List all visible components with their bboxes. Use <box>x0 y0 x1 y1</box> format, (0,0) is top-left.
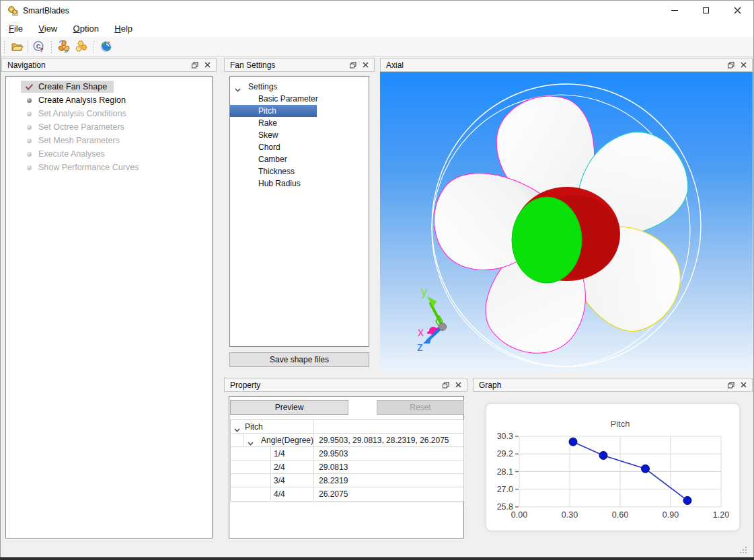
property-name: Pitch <box>245 422 263 432</box>
tree-item-skew[interactable]: Skew <box>230 129 369 141</box>
tree-item-label: Basic Parameter <box>258 94 318 104</box>
property-row-4-4[interactable]: 4/426.2075 <box>231 487 463 501</box>
nav-item-label: Create Fan Shape <box>38 82 107 91</box>
bullet-icon <box>27 98 32 103</box>
flow-vortex-button[interactable] <box>98 38 115 54</box>
axial-3d-viewport[interactable]: y x z <box>380 72 753 372</box>
open-folder-icon <box>10 40 24 53</box>
tree-item-label: Hub Radius <box>258 179 301 188</box>
axis-z-label: z <box>417 340 423 354</box>
close-panel-button[interactable] <box>737 379 749 391</box>
property-name: 1/4 <box>274 449 285 458</box>
property-panel-header: Property <box>224 378 467 392</box>
app-logo-icon <box>7 5 18 16</box>
property-row-pitch[interactable]: Pitch <box>231 420 463 434</box>
panel-title: Navigation <box>7 61 189 70</box>
nav-item-show-performance-curves[interactable]: Show Performance Curves <box>6 161 212 174</box>
data-point <box>599 451 607 459</box>
tree-item-label: Thickness <box>258 167 295 176</box>
property-row-2-4[interactable]: 2/429.0813 <box>231 461 463 474</box>
tree-root-label: Settings <box>248 82 277 91</box>
mesh-cells-icon <box>75 40 88 53</box>
float-icon <box>350 62 356 69</box>
menu-option[interactable]: Option <box>67 20 106 36</box>
reset-button[interactable]: Reset <box>377 400 464 415</box>
panel-title: Property <box>230 381 440 390</box>
tree-item-chord[interactable]: Chord <box>230 141 369 153</box>
nav-item-execute-analyses[interactable]: Execute Analyses <box>6 147 212 161</box>
close-panel-button[interactable] <box>359 59 371 71</box>
property-table: PitchAngle(Degree)29.9503, 29.0813, 28.2… <box>230 419 464 502</box>
float-icon <box>443 382 449 389</box>
nav-item-set-analysis-conditions[interactable]: Set Analysis Conditions <box>6 107 212 120</box>
close-button[interactable] <box>722 1 753 20</box>
toolbar-drag-handle[interactable] <box>3 40 7 53</box>
maximize-button[interactable] <box>690 1 722 20</box>
preview-button[interactable]: Preview <box>230 400 348 415</box>
bullet-icon <box>27 152 32 157</box>
toolbar-drag-handle[interactable] <box>50 40 54 53</box>
close-icon <box>363 62 369 68</box>
fan-shape-button[interactable] <box>55 38 73 54</box>
float-panel-button[interactable] <box>725 59 737 71</box>
window-bottom-edge <box>0 557 754 560</box>
tree-item-basic-parameter[interactable]: Basic Parameter <box>230 93 369 105</box>
chevron-down-icon[interactable] <box>248 438 254 448</box>
menu-file[interactable]: File <box>2 20 30 36</box>
fan-settings-tree: Settings Basic ParameterPitchRakeSkewCho… <box>229 76 369 347</box>
property-name: Angle(Degree) <box>261 436 313 445</box>
x-tick-label: 0.00 <box>511 510 527 520</box>
float-panel-button[interactable] <box>725 379 737 391</box>
toolbar-separator <box>28 40 28 53</box>
navigation-panel-header: Navigation <box>1 58 217 72</box>
nav-item-label: Set Octree Parameters <box>38 122 124 132</box>
mesh-cells-button[interactable] <box>73 38 90 54</box>
tree-item-hub-radius[interactable]: Hub Radius <box>230 177 369 190</box>
property-value: 26.2075 <box>314 487 463 501</box>
toolbar-drag-handle[interactable] <box>92 40 96 53</box>
float-panel-button[interactable] <box>440 379 452 391</box>
data-point <box>642 465 650 473</box>
window-title: SmartBlades <box>23 6 69 15</box>
property-value: 29.0813 <box>314 461 463 473</box>
bullet-icon <box>27 138 32 143</box>
data-point <box>683 496 691 504</box>
property-value <box>314 420 463 433</box>
nav-item-set-octree-parameters[interactable]: Set Octree Parameters <box>6 120 212 134</box>
nav-item-set-mesh-parameters[interactable]: Set Mesh Parameters <box>6 134 212 147</box>
license-check-button[interactable]: C ? <box>30 38 48 54</box>
close-panel-button[interactable] <box>452 379 464 391</box>
tree-item-rake[interactable]: Rake <box>230 117 369 129</box>
open-folder-button[interactable] <box>8 38 26 54</box>
close-icon <box>734 7 741 14</box>
float-icon <box>728 62 734 69</box>
property-row-angle-degree[interactable]: Angle(Degree)29.9503, 29.0813, 28.2319, … <box>231 434 463 447</box>
float-panel-button[interactable] <box>189 59 201 71</box>
menu-help[interactable]: Help <box>108 20 139 36</box>
property-row-1-4[interactable]: 1/429.9503 <box>231 447 463 461</box>
property-row-3-4[interactable]: 3/428.2319 <box>231 474 463 487</box>
axis-y-label: y <box>421 285 427 298</box>
float-panel-button[interactable] <box>347 59 359 71</box>
minimize-button[interactable] <box>658 1 690 20</box>
nav-item-create-analysis-region[interactable]: Create Analysis Region <box>6 93 212 107</box>
float-icon <box>728 382 734 389</box>
tree-item-label: Camber <box>258 155 287 164</box>
tree-item-camber[interactable]: Camber <box>230 153 369 165</box>
pitch-chart-card: 30.329.228.127.025.80.000.300.600.901.20… <box>486 403 740 531</box>
y-tick-label: 30.3 <box>497 432 513 441</box>
save-shape-files-button[interactable]: Save shape files <box>229 352 369 367</box>
flow-vortex-icon <box>100 40 113 53</box>
nav-item-create-fan-shape[interactable]: Create Fan Shape <box>6 80 212 93</box>
chevron-down-icon[interactable] <box>234 425 240 434</box>
tree-item-settings[interactable]: Settings <box>230 81 369 93</box>
close-panel-button[interactable] <box>737 59 749 71</box>
menu-view[interactable]: View <box>32 20 64 36</box>
tree-item-thickness[interactable]: Thickness <box>230 165 369 177</box>
y-tick-label: 29.2 <box>497 449 513 458</box>
tree-item-pitch[interactable]: Pitch <box>230 105 317 117</box>
panel-title: Axial <box>386 61 725 70</box>
close-panel-button[interactable] <box>201 59 213 71</box>
chart-title: Pitch <box>611 419 630 429</box>
resize-grip[interactable] <box>739 545 748 555</box>
